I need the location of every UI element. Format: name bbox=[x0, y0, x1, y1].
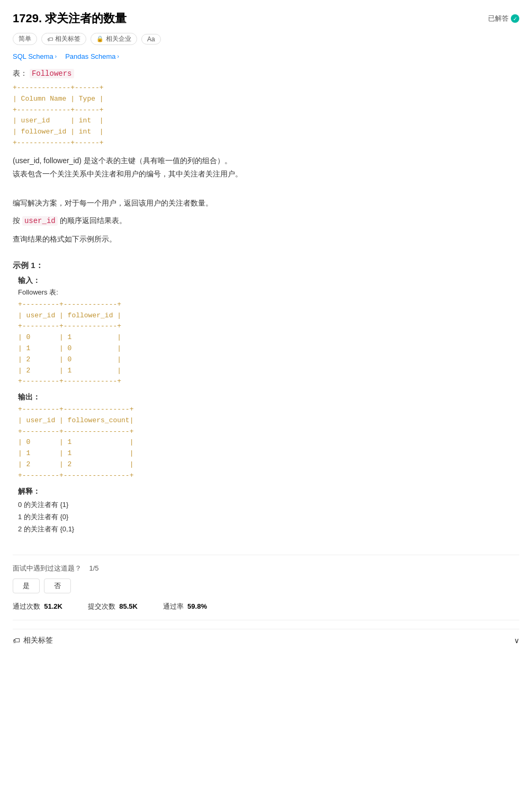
spacer-3 bbox=[13, 536, 519, 546]
divider-1 bbox=[13, 555, 519, 555]
explanation-line-3: 2 的关注者有 {0,1} bbox=[18, 523, 519, 535]
spacer-1 bbox=[13, 186, 519, 197]
description-line-2: 该表包含一个关注关系中关注者和用户的编号，其中关注者关注用户。 bbox=[13, 167, 519, 181]
pandas-schema-label: Pandas Schema bbox=[65, 52, 115, 60]
stat-submit-value: 85.5K bbox=[119, 602, 138, 610]
example-title: 示例 1： bbox=[13, 261, 519, 271]
task-code: user_id bbox=[22, 216, 58, 226]
table-name: Followers bbox=[30, 69, 74, 78]
header-row: 1729. 求关注者的数量 已解答 ✓ bbox=[13, 11, 519, 26]
solved-badge: 已解答 ✓ bbox=[488, 14, 519, 23]
yn-buttons: 是 否 bbox=[13, 578, 519, 593]
yes-button[interactable]: 是 bbox=[13, 578, 40, 593]
sql-chevron-icon: › bbox=[55, 54, 57, 59]
schema-table: +-------------+------+ | Column Name | T… bbox=[13, 83, 519, 149]
stat-accept-label: 通过次数 bbox=[13, 602, 40, 610]
stat-submit: 提交次数 85.5K bbox=[88, 602, 138, 611]
chevron-down-icon: ∨ bbox=[514, 636, 519, 645]
font-tag[interactable]: Aa bbox=[141, 34, 161, 44]
output-label: 输出： bbox=[18, 393, 519, 402]
page-title: 1729. 求关注者的数量 bbox=[13, 11, 127, 26]
related-company-tag[interactable]: 🔒 相关企业 bbox=[91, 33, 137, 45]
stat-rate-label: 通过率 bbox=[163, 602, 184, 610]
related-tags-footer-label: 相关标签 bbox=[23, 636, 53, 645]
schema-tabs: SQL Schema › Pandas Schema › bbox=[13, 52, 519, 60]
stat-accept: 通过次数 51.2K bbox=[13, 602, 62, 611]
sql-schema-label: SQL Schema bbox=[13, 52, 53, 60]
task-line-3: 查询结果的格式如下示例所示。 bbox=[13, 233, 519, 246]
solved-check-icon: ✓ bbox=[511, 14, 519, 23]
table-label: 表： Followers bbox=[13, 69, 519, 78]
related-tags-footer[interactable]: 🏷 相关标签 ∨ bbox=[13, 629, 519, 645]
task-line-2: 按 user_id 的顺序返回结果表。 bbox=[13, 214, 519, 228]
related-tags-tag[interactable]: 🏷 相关标签 bbox=[41, 33, 86, 45]
tag-icon: 🏷 bbox=[47, 36, 53, 42]
output-table: +---------+----------------+ | user_id |… bbox=[18, 404, 519, 482]
explanation-block: 0 的关注者有 {1} 1 的关注者有 {0} 2 的关注者有 {0,1} bbox=[18, 499, 519, 536]
pandas-chevron-icon: › bbox=[118, 54, 119, 59]
explanation-line-1: 0 的关注者有 {1} bbox=[18, 499, 519, 511]
sql-schema-tab[interactable]: SQL Schema › bbox=[13, 52, 57, 60]
tag-icon-footer: 🏷 bbox=[13, 636, 20, 645]
related-tags-left: 🏷 相关标签 bbox=[13, 636, 53, 645]
solved-label: 已解答 bbox=[488, 14, 509, 23]
stat-accept-value: 51.2K bbox=[44, 602, 62, 610]
stat-rate: 通过率 59.8% bbox=[163, 602, 207, 611]
interview-count: 1/5 bbox=[89, 564, 98, 572]
difficulty-tag[interactable]: 简单 bbox=[13, 33, 37, 45]
difficulty-label: 简单 bbox=[19, 34, 31, 43]
pandas-schema-tab[interactable]: Pandas Schema › bbox=[65, 52, 119, 60]
input-table-name: Followers 表: bbox=[18, 288, 519, 297]
stat-submit-label: 提交次数 bbox=[88, 602, 115, 610]
description: (user_id, follower_id) 是这个表的主键（具有唯一值的列的组… bbox=[13, 154, 519, 181]
example-block: 输入： Followers 表: +---------+------------… bbox=[18, 276, 519, 536]
stat-rate-value: 59.8% bbox=[187, 602, 207, 610]
stats-row: 通过次数 51.2K 提交次数 85.5K 通过率 59.8% bbox=[13, 602, 519, 611]
task-line-1: 编写解决方案，对于每一个用户，返回该用户的关注者数量。 bbox=[13, 197, 519, 210]
spacer-2 bbox=[13, 250, 519, 261]
no-button[interactable]: 否 bbox=[44, 578, 71, 593]
tags-row: 简单 🏷 相关标签 🔒 相关企业 Aa bbox=[13, 33, 519, 45]
table-label-prefix: 表： bbox=[13, 69, 28, 77]
explanation-line-2: 1 的关注者有 {0} bbox=[18, 511, 519, 523]
input-table: +---------+-------------+ | user_id | fo… bbox=[18, 299, 519, 387]
font-label: Aa bbox=[147, 35, 155, 43]
related-tags-tag-label: 相关标签 bbox=[55, 34, 80, 43]
interview-section: 面试中遇到过这道题？ 1/5 bbox=[13, 564, 519, 573]
divider-2 bbox=[13, 620, 519, 620]
explanation-label: 解释： bbox=[18, 487, 519, 496]
interview-question: 面试中遇到过这道题？ bbox=[13, 564, 82, 572]
lock-icon: 🔒 bbox=[96, 35, 104, 42]
input-label: 输入： bbox=[18, 276, 519, 286]
related-company-label: 相关企业 bbox=[106, 34, 131, 43]
description-line-1: (user_id, follower_id) 是这个表的主键（具有唯一值的列的组… bbox=[13, 154, 519, 167]
